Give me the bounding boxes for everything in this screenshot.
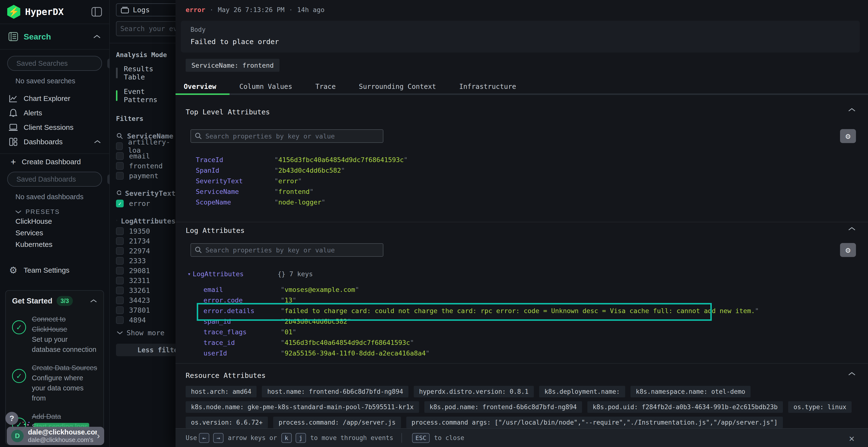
- get-started-item[interactable]: ✓ Connect to ClickHouse Set up your data…: [12, 314, 97, 354]
- source-selector[interactable]: Logs: [116, 3, 176, 16]
- gear-icon[interactable]: ⚙: [840, 243, 856, 257]
- get-started-item[interactable]: ✓ Create Data Sources Configure where yo…: [12, 363, 97, 403]
- chevron-up-icon[interactable]: [848, 371, 856, 376]
- sidebar-item-team-settings[interactable]: ⚙ Team Settings: [0, 263, 109, 277]
- checkbox[interactable]: [116, 247, 124, 255]
- chevron-up-icon[interactable]: [93, 34, 101, 39]
- sidebar-item-search[interactable]: Search: [0, 24, 109, 49]
- filter-option[interactable]: 37801: [116, 306, 176, 314]
- checkbox[interactable]: [116, 237, 124, 245]
- checkbox[interactable]: [116, 316, 124, 324]
- attribute-value[interactable]: 2b43d0c4dd6bc582: [278, 167, 341, 174]
- checkbox[interactable]: [116, 267, 124, 275]
- tab[interactable]: Trace: [315, 79, 336, 94]
- logattributes-root-row[interactable]: ▾ LogAttributes {} 7 keys: [188, 269, 313, 279]
- attribute-value[interactable]: node-logger: [278, 199, 321, 206]
- attribute-key[interactable]: SpanId: [196, 167, 274, 174]
- tab[interactable]: Surrounding Context: [359, 79, 436, 94]
- attribute-value[interactable]: failed to charge card: could not charge …: [284, 307, 755, 314]
- resource-attribute-chip[interactable]: os.type: linux: [788, 401, 851, 413]
- attribute-key[interactable]: span_id: [204, 318, 281, 325]
- tab[interactable]: Overview: [184, 79, 216, 94]
- filter-option[interactable]: payment: [116, 172, 176, 180]
- attribute-key[interactable]: error.code: [204, 297, 281, 304]
- attribute-key[interactable]: trace_id: [204, 339, 281, 346]
- attribute-value[interactable]: 92a55156-39a4-11f0-8ddd-a2eca416a8a4: [284, 349, 426, 357]
- attribute-value[interactable]: 13: [284, 297, 292, 304]
- preset-dashboard-link[interactable]: ClickHouse: [0, 215, 109, 227]
- attribute-value[interactable]: error: [278, 177, 298, 185]
- checkbox[interactable]: [116, 297, 124, 304]
- resource-attribute-chip[interactable]: process.command args: ["/usr/local/bin/n…: [406, 417, 783, 428]
- attribute-value[interactable]: 01: [284, 328, 292, 336]
- attribute-key[interactable]: trace_flags: [204, 328, 281, 336]
- caret-down-icon[interactable]: ▾: [188, 271, 191, 277]
- filter-option[interactable]: artillery-loa: [116, 142, 176, 150]
- close-icon[interactable]: ✕: [849, 433, 855, 444]
- attribute-key[interactable]: ScopeName: [196, 199, 274, 206]
- sidebar-item-dashboards[interactable]: Dashboards: [0, 135, 109, 149]
- checkbox[interactable]: ✓: [116, 200, 124, 207]
- attribute-key[interactable]: email: [204, 286, 281, 294]
- less-filters-button[interactable]: Less filters: [116, 344, 176, 356]
- resource-attribute-chip[interactable]: k8s.pod.name: frontend-6b6c8d7bfd-ng894: [424, 401, 582, 413]
- filter-option[interactable]: 33261: [116, 286, 176, 294]
- resource-attribute-chip[interactable]: hyperdx.distro.version: 0.8.1: [414, 386, 534, 398]
- sidebar-item-alerts[interactable]: Alerts: [0, 106, 109, 120]
- attribute-value[interactable]: frontend: [278, 188, 310, 195]
- mode-results-table[interactable]: Results Table: [116, 65, 176, 81]
- resource-attribute-chip[interactable]: k8s.deployment.name:: [539, 386, 625, 398]
- sidebar-item-client-sessions[interactable]: Client Sessions: [0, 120, 109, 135]
- attribute-key[interactable]: ServiceName: [196, 188, 274, 195]
- attribute-key[interactable]: TraceId: [196, 156, 274, 164]
- chevron-up-icon[interactable]: [848, 227, 856, 231]
- saved-searches-input[interactable]: ⌘K: [7, 56, 102, 71]
- attribute-key[interactable]: error.details: [204, 307, 281, 314]
- saved-dashboards-input[interactable]: ⌘K: [7, 172, 102, 187]
- filter-option[interactable]: 4894: [116, 316, 176, 324]
- attribute-value[interactable]: 2b43d0c4dd6bc582: [284, 318, 347, 325]
- tab[interactable]: Column Values: [240, 79, 292, 94]
- attribute-key[interactable]: userId: [204, 349, 281, 357]
- attribute-value[interactable]: 4156d3fbc40a64854d9dc7f68641593c: [284, 339, 410, 346]
- checkbox[interactable]: [116, 277, 124, 284]
- chevron-up-icon[interactable]: [94, 140, 101, 144]
- resource-attribute-chip[interactable]: k8s.namespace.name: otel-demo: [630, 386, 751, 398]
- filter-option[interactable]: 29081: [116, 267, 176, 275]
- filter-option[interactable]: 22974: [116, 247, 176, 255]
- attribute-value[interactable]: vmoses@example.com: [284, 286, 355, 294]
- attribute-value[interactable]: 4156d3fbc40a64854d9dc7f68641593c: [278, 156, 404, 164]
- checkbox[interactable]: [116, 152, 124, 160]
- filter-option[interactable]: frontend: [116, 162, 176, 170]
- preset-dashboard-link[interactable]: Services: [0, 227, 109, 239]
- resource-attribute-chip[interactable]: k8s.pod.uid: f284fb2d-a0b3-4634-991b-e2c…: [587, 401, 783, 413]
- resource-attribute-chip[interactable]: host.arch: amd64: [186, 386, 256, 398]
- events-search-input[interactable]: [116, 21, 176, 36]
- gear-icon[interactable]: ⚙: [840, 129, 856, 143]
- checkbox[interactable]: [116, 306, 124, 314]
- checkbox[interactable]: [116, 172, 124, 180]
- filter-option[interactable]: 21734: [116, 237, 176, 245]
- checkbox[interactable]: [116, 142, 123, 150]
- preset-dashboard-link[interactable]: Kubernetes: [0, 239, 109, 250]
- resource-attribute-chip[interactable]: host.name: frontend-6b6c8d7bfd-ng894: [262, 386, 408, 398]
- checkbox[interactable]: [116, 257, 124, 265]
- chevron-up-icon[interactable]: [848, 107, 856, 112]
- checkbox[interactable]: [116, 227, 124, 235]
- help-button[interactable]: ?: [5, 412, 18, 425]
- resource-attribute-chip[interactable]: k8s.node.name: gke-pme-k8s-standard-main…: [186, 401, 419, 413]
- presets-toggle[interactable]: PRESETS: [15, 208, 109, 215]
- resource-attribute-chip[interactable]: os.version: 6.6.72+: [186, 417, 268, 428]
- checkbox[interactable]: [116, 162, 124, 170]
- properties-search-input[interactable]: [190, 243, 383, 257]
- tab[interactable]: Infrastructure: [459, 79, 516, 94]
- create-dashboard-button[interactable]: + Create Dashboard: [0, 154, 109, 170]
- filter-option[interactable]: 2333: [116, 257, 176, 265]
- chevron-up-icon[interactable]: [90, 299, 97, 303]
- sidebar-item-chart-explorer[interactable]: Chart Explorer: [0, 91, 109, 106]
- filter-option[interactable]: ✓ error: [116, 200, 176, 207]
- properties-search-input[interactable]: [190, 129, 383, 143]
- filter-option[interactable]: 19350: [116, 227, 176, 235]
- service-tag[interactable]: ServiceName: frontend: [186, 59, 279, 72]
- attribute-key[interactable]: SeverityText: [196, 177, 274, 185]
